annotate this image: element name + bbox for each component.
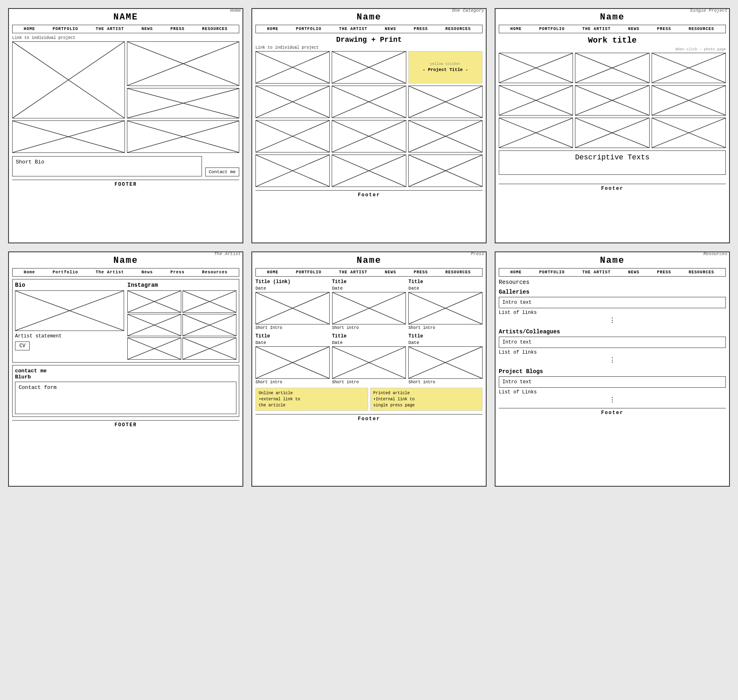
nav-home[interactable]: HOME	[511, 27, 522, 31]
nav-portfolio[interactable]: PORTFOLIO	[296, 27, 322, 31]
instagram-img-3	[127, 314, 181, 336]
resources-nav[interactable]: HOME PORTFOLIO THE ARTIST NEWS PRESS RES…	[499, 268, 726, 277]
press-title-5[interactable]: Title	[332, 333, 406, 339]
artist-statement-text: Artist statement	[15, 333, 124, 339]
nav-artist[interactable]: THE ARTIST	[582, 27, 611, 31]
nav-resources[interactable]: Resources	[202, 270, 227, 275]
nav-press[interactable]: PRESS	[657, 270, 671, 275]
blogs-links-label: List of Links	[499, 389, 726, 395]
press-footer: Footer	[255, 414, 483, 422]
nav-news[interactable]: NEWS	[628, 27, 639, 31]
single-dot: .	[499, 176, 726, 180]
category-nav[interactable]: HOME PORTFOLIO THE ARTIST NEWS PRESS RES…	[255, 25, 483, 33]
nav-artist[interactable]: THE ARTIST	[339, 270, 367, 275]
nav-news[interactable]: NEWS	[385, 270, 396, 275]
cat-img-7	[255, 120, 330, 152]
category-subtitle: Drawing + Print	[255, 36, 483, 44]
category-page: One Category Name HOME PORTFOLIO THE ART…	[251, 8, 487, 243]
instagram-img-6	[182, 337, 236, 360]
resources-page: Resources Name HOME PORTFOLIO THE ARTIST…	[495, 251, 730, 487]
press-title-6[interactable]: Title	[408, 333, 483, 339]
nav-press[interactable]: PRESS	[170, 27, 184, 31]
nav-portfolio[interactable]: PORTFOLIO	[539, 27, 565, 31]
nav-portfolio[interactable]: PORTFOLIO	[53, 27, 78, 31]
instagram-img-1	[127, 290, 181, 313]
press-item-5: Title Date Short intro	[332, 333, 406, 384]
nav-home[interactable]: HOME	[267, 270, 279, 275]
press-date-4: Date	[255, 340, 330, 345]
proj-img-7	[499, 118, 573, 148]
nav-press[interactable]: PRESS	[657, 27, 671, 31]
nav-resources[interactable]: RESOURCES	[445, 270, 471, 275]
proj-img-3	[652, 53, 726, 83]
home-contact-btn[interactable]: Contact me	[205, 167, 239, 176]
home-img-tr	[127, 41, 240, 86]
nav-press[interactable]: PRESS	[414, 27, 428, 31]
nav-portfolio[interactable]: Portfolio	[53, 270, 78, 275]
nav-news[interactable]: NEWS	[385, 27, 396, 31]
category-footer: Footer	[255, 190, 483, 198]
nav-home[interactable]: Home	[24, 270, 35, 275]
resources-footer: Footer	[499, 408, 726, 416]
press-intro-5: Short intro	[332, 380, 406, 384]
nav-resources[interactable]: RESOURCES	[202, 27, 227, 31]
home-nav[interactable]: HOME PORTFOLIO THE ARTIST NEWS PRESS RES…	[12, 25, 239, 33]
cat-img-6	[408, 86, 483, 118]
press-page-label: Press	[471, 251, 484, 256]
press-nav[interactable]: HOME PORTFOLIO THE ARTIST NEWS PRESS RES…	[255, 268, 483, 277]
press-intro-3: Short intro	[408, 326, 483, 330]
nav-resources[interactable]: RESOURCES	[689, 27, 714, 31]
single-work-title: Work title	[499, 36, 726, 45]
press-title-3[interactable]: Title	[408, 279, 483, 285]
press-page-name: Name	[255, 256, 483, 266]
nav-resources[interactable]: RESOURCES	[689, 270, 714, 275]
press-title-2[interactable]: Title	[332, 279, 406, 285]
nav-home[interactable]: HOME	[267, 27, 279, 31]
press-date-2: Date	[332, 286, 406, 291]
press-item-1: Title (link) Date Short Intro	[255, 279, 330, 330]
press-img-6	[408, 346, 483, 379]
artist-contact-section: contact me Blurb Contact form	[12, 365, 239, 417]
home-page-label: Home	[230, 8, 241, 13]
artist-nav[interactable]: Home Portfolio The Artist News Press Res…	[12, 268, 239, 277]
artist-page-label: The Artist	[214, 251, 241, 256]
artist-photo	[15, 290, 124, 331]
instagram-img-5	[127, 337, 181, 360]
press-title-1[interactable]: Title (link)	[255, 279, 330, 285]
cat-img-5	[332, 86, 406, 118]
proj-img-5	[575, 85, 649, 116]
nav-news[interactable]: NEWS	[628, 270, 639, 275]
cat-img-12	[408, 155, 483, 187]
nav-resources[interactable]: RESOURCES	[445, 27, 471, 31]
press-date-6: Date	[408, 340, 483, 345]
nav-portfolio[interactable]: PORTFOLIO	[296, 270, 322, 275]
galleries-links-label: List of links	[499, 310, 726, 316]
nav-press[interactable]: Press	[170, 270, 184, 275]
single-project-page: Single Project Name HOME PORTFOLIO THE A…	[495, 8, 730, 243]
single-nav[interactable]: HOME PORTFOLIO THE ARTIST NEWS PRESS RES…	[499, 25, 726, 33]
press-title-4[interactable]: Title	[255, 333, 330, 339]
category-page-name: Name	[255, 12, 483, 22]
press-sticky-online: Online article•external link tothe artic…	[255, 388, 368, 411]
proj-img-2	[575, 53, 649, 83]
nav-artist[interactable]: THE ARTIST	[96, 27, 124, 31]
nav-portfolio[interactable]: PORTFOLIO	[539, 270, 565, 275]
press-item-6: Title Date Short intro	[408, 333, 483, 384]
nav-news[interactable]: News	[142, 270, 153, 275]
home-img-bl	[12, 120, 125, 153]
artist-cv-button[interactable]: CV	[15, 341, 30, 350]
nav-home[interactable]: HOME	[24, 27, 35, 31]
press-intro-2: Short intro	[332, 326, 406, 330]
nav-artist[interactable]: THE ARTIST	[339, 27, 367, 31]
nav-artist[interactable]: The Artist	[96, 270, 124, 275]
artist-bio-heading: Bio	[15, 282, 124, 288]
nav-news[interactable]: NEWS	[142, 27, 153, 31]
press-date-1: Date	[255, 286, 330, 291]
galleries-title: Galleries	[499, 289, 726, 295]
nav-home[interactable]: HOME	[511, 270, 522, 275]
nav-artist[interactable]: THE ARTIST	[582, 270, 611, 275]
artist-contact-form[interactable]: Contact form	[15, 382, 236, 414]
resources-page-name: Name	[499, 256, 726, 266]
nav-press[interactable]: PRESS	[414, 270, 428, 275]
press-intro-1: Short Intro	[255, 326, 330, 330]
